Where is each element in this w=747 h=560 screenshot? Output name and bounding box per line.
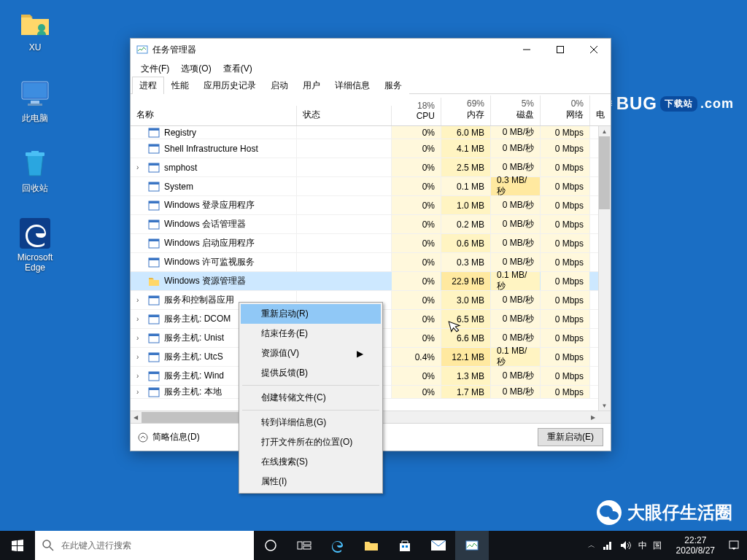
process-name: 服务和控制器应用: [164, 294, 234, 306]
system-tray[interactable]: ︿ 中 国 22:27 2020/8/27: [581, 531, 747, 560]
task-manager-window: 任务管理器 文件(F) 选项(O) 查看(V) 进程 性能 应用历史记录 启动 …: [130, 38, 611, 451]
table-row[interactable]: Windows 启动应用程序0%0.6 MB0 MB/秒0 Mbps: [131, 234, 611, 253]
svg-point-39: [266, 540, 276, 551]
cortana-button[interactable]: [254, 531, 287, 560]
ime-indicator[interactable]: 中 国: [638, 540, 662, 552]
desktop-icon-edge[interactable]: Microsoft Edge: [9, 217, 61, 273]
table-row[interactable]: Windows 会话管理器0%0.2 MB0 MB/秒0 Mbps: [131, 215, 611, 234]
context-menu-item[interactable]: 转到详细信息(G): [241, 413, 381, 432]
disk-cell: 0 MB/秒: [491, 291, 541, 309]
net-cell: 0 Mbps: [541, 177, 590, 195]
taskbar-explorer[interactable]: [355, 531, 388, 560]
context-menu-item[interactable]: 打开文件所在的位置(O): [241, 432, 381, 452]
desktop-icon-label: 回收站: [9, 182, 61, 195]
table-row[interactable]: Windows 登录应用程序0%1.0 MB0 MB/秒0 Mbps: [131, 196, 611, 215]
mem-cell: 2.5 MB: [441, 158, 491, 176]
scroll-up-arrow[interactable]: ▲: [599, 126, 610, 136]
taskbar-search[interactable]: 在此键入进行搜索: [35, 531, 254, 560]
context-menu-item[interactable]: 属性(I): [241, 472, 381, 491]
minimize-button[interactable]: [510, 39, 543, 61]
process-name: Windows 许可监视服务: [164, 256, 255, 268]
cpu-cell: 0%: [392, 196, 441, 214]
col-disk: 5%磁盘: [491, 96, 541, 125]
net-cell: 0 Mbps: [541, 253, 590, 271]
network-icon[interactable]: [603, 540, 613, 551]
tab-services[interactable]: 服务: [377, 77, 409, 94]
scroll-down-arrow[interactable]: ▼: [599, 400, 610, 411]
table-row[interactable]: Windows 资源管理器0%22.9 MB0.1 MB/秒0 Mbps: [131, 272, 611, 291]
context-menu-item[interactable]: 在线搜索(S): [241, 452, 381, 472]
menu-view[interactable]: 查看(V): [217, 61, 258, 77]
close-button[interactable]: [577, 39, 611, 61]
maximize-button[interactable]: [543, 39, 577, 61]
task-view-button[interactable]: [287, 531, 321, 560]
taskbar-taskmgr[interactable]: [455, 531, 489, 560]
search-icon: [42, 540, 54, 551]
process-name: 服务主机: Unist: [164, 332, 224, 344]
bottom-brand: 大眼仔生活圈: [597, 500, 732, 525]
tray-chevron-icon[interactable]: ︿: [588, 540, 595, 551]
windows-icon: [12, 540, 23, 551]
context-menu-item[interactable]: 资源值(V)▶: [241, 343, 381, 363]
desktop-icon-this-pc[interactable]: 此电脑: [9, 77, 61, 125]
notifications-icon[interactable]: [728, 540, 740, 551]
menu-file[interactable]: 文件(F): [135, 61, 175, 77]
taskbar-mail[interactable]: [422, 531, 455, 560]
col-memory: 69%内存: [441, 96, 491, 125]
collapse-icon: [138, 432, 148, 443]
svg-rect-16: [149, 182, 159, 184]
titlebar[interactable]: 任务管理器: [131, 39, 611, 61]
table-row[interactable]: System0%0.1 MB0.3 MB/秒0 Mbps: [131, 177, 611, 196]
fewer-details-toggle[interactable]: 简略信息(D): [138, 431, 200, 443]
cpu-cell: 0%: [392, 215, 441, 233]
edge-icon: [19, 217, 51, 249]
table-row[interactable]: ›smphost0%2.5 MB0 MB/秒0 Mbps: [131, 158, 611, 177]
process-name: Windows 资源管理器: [164, 275, 246, 287]
net-cell: 0 Mbps: [541, 126, 590, 139]
disk-cell: 0 MB/秒: [491, 139, 541, 158]
tab-app-history[interactable]: 应用历史记录: [196, 77, 263, 94]
tab-users[interactable]: 用户: [295, 77, 328, 94]
table-header[interactable]: 名称 状态 18%CPU 69%内存 5%磁盘 0%网络 电: [131, 94, 611, 126]
context-menu-item[interactable]: 重新启动(R): [241, 304, 381, 324]
scrollbar-thumb[interactable]: [599, 136, 610, 209]
context-menu-item[interactable]: 结束任务(E): [241, 324, 381, 343]
bin-icon: [19, 147, 51, 179]
taskbar-clock[interactable]: 22:27 2020/8/27: [670, 535, 721, 556]
svg-rect-40: [298, 542, 302, 549]
svg-rect-32: [149, 353, 159, 355]
menu-options[interactable]: 选项(O): [175, 61, 217, 77]
svg-rect-34: [149, 372, 159, 374]
mem-cell: 3.0 MB: [441, 291, 491, 309]
process-icon: [148, 219, 160, 230]
table-row[interactable]: Registry0%6.0 MB0 MB/秒0 Mbps: [131, 126, 611, 139]
mem-cell: 22.9 MB: [441, 272, 491, 290]
svg-rect-42: [303, 546, 311, 549]
table-row[interactable]: Windows 许可监视服务0%0.3 MB0 MB/秒0 Mbps: [131, 253, 611, 272]
process-name: 服务主机: UtcS: [164, 351, 223, 363]
tab-performance[interactable]: 性能: [164, 77, 196, 94]
tab-details[interactable]: 详细信息: [328, 77, 377, 94]
start-button[interactable]: [0, 531, 35, 560]
restart-button[interactable]: 重新启动(E): [538, 428, 603, 446]
svg-rect-8: [557, 47, 564, 53]
context-menu-item[interactable]: 创建转储文件(C): [241, 388, 381, 408]
mem-cell: 6.6 MB: [441, 329, 491, 347]
taskbar: 在此键入进行搜索 ︿ 中 国 22:27 2020/8/27: [0, 531, 747, 560]
tab-startup[interactable]: 启动: [263, 77, 295, 94]
disk-cell: 0 MB/秒: [491, 386, 541, 398]
mem-cell: 0.1 MB: [441, 177, 491, 195]
disk-cell: 0 MB/秒: [491, 158, 541, 176]
context-menu-item[interactable]: 提供反馈(B): [241, 363, 381, 383]
svg-rect-22: [149, 239, 159, 241]
volume-icon[interactable]: [620, 540, 631, 551]
desktop-icon-recycle-bin[interactable]: 回收站: [9, 147, 61, 195]
net-cell: 0 Mbps: [541, 386, 590, 398]
vertical-scrollbar[interactable]: ▲ ▼: [598, 126, 611, 411]
tab-processes[interactable]: 进程: [132, 77, 164, 94]
net-cell: 0 Mbps: [541, 348, 590, 366]
table-row[interactable]: Shell Infrastructure Host0%4.1 MB0 MB/秒0…: [131, 139, 611, 158]
taskbar-edge[interactable]: [321, 531, 355, 560]
taskbar-store[interactable]: [388, 531, 422, 560]
desktop-icon-user[interactable]: XU: [9, 7, 61, 52]
